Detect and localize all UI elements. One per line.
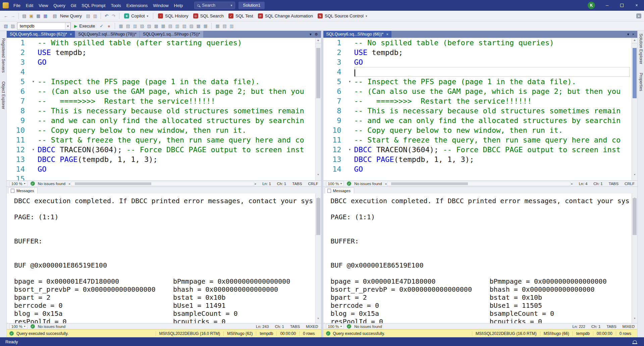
fold-marker[interactable]: ▾	[345, 145, 354, 155]
scroll-down-icon[interactable]: ▼	[316, 170, 321, 180]
close-button[interactable]: ×	[629, 0, 644, 11]
code-text[interactable]: -- Start & freeze the query, then run sa…	[38, 135, 315, 145]
menu-help[interactable]: Help	[171, 3, 186, 8]
zoom-control[interactable]: 100 %▾	[326, 324, 344, 329]
messages-output[interactable]: DBCC execution completed. If DBCC printe…	[323, 193, 638, 323]
scroll-down-icon[interactable]: ▼	[316, 314, 321, 323]
zoom-control[interactable]: 100 %▾	[326, 181, 344, 186]
open-file-icon[interactable]: ▣	[28, 13, 35, 19]
document-tab[interactable]: SQLQuery6.sq...SI\hugo (66))*×	[323, 31, 391, 38]
uncomment-icon[interactable]: ▨	[188, 23, 195, 29]
navigate-back-icon[interactable]: ←	[3, 13, 9, 19]
hscroll-thumb[interactable]	[391, 182, 468, 185]
database-combobox[interactable]: tempdb ▾	[17, 22, 71, 30]
scroll-down-icon[interactable]: ▼	[632, 314, 637, 323]
code-text[interactable]: -- ====>>>> Restart the service!!!!!!	[354, 96, 632, 106]
menu-query[interactable]: Query	[51, 3, 68, 8]
scroll-right-icon[interactable]: ▸	[255, 182, 257, 185]
zoom-control[interactable]: 100 %▾	[9, 181, 28, 186]
code-text[interactable]: DBCC TRACEON(3604); -- Force DBCC PAGE o…	[354, 145, 632, 155]
code-text[interactable]	[354, 67, 630, 77]
scrollbar-thumb[interactable]	[316, 48, 320, 98]
code-text[interactable]: -- Inspect the PFS page (page 1 in the d…	[354, 77, 632, 86]
code-text[interactable]: GO	[38, 57, 315, 67]
addon-sql-source-control[interactable]: ⇅SQL Source Control▾	[315, 12, 369, 19]
solution-selector[interactable]: Solution1	[238, 2, 265, 9]
query-options-icon[interactable]: ▤	[221, 23, 228, 29]
menu-view[interactable]: View	[36, 3, 51, 8]
print-icon[interactable]: ▥	[92, 13, 98, 19]
code-text[interactable]: USE tempdb;	[38, 48, 315, 57]
code-text[interactable]: GO	[354, 57, 632, 67]
code-text[interactable]: -- (Can also use the GAM page, which is …	[354, 86, 632, 96]
code-text[interactable]	[38, 174, 315, 180]
menu-tools[interactable]: Tools	[108, 3, 123, 8]
copilot-button[interactable]: ❖ Copilot ▾	[122, 12, 151, 19]
zoom-control[interactable]: 100 %▾	[9, 324, 28, 329]
scrollbar-thumb[interactable]	[316, 198, 320, 235]
scroll-left-icon[interactable]: ◂	[68, 182, 70, 185]
pane-gear-icon[interactable]: ⚙	[315, 32, 318, 37]
minimize-button[interactable]: ─	[600, 0, 614, 11]
code-text[interactable]: USE tempdb;	[354, 48, 632, 57]
tool-tab-registered-servers[interactable]: Registered Servers	[1, 38, 6, 73]
code-text[interactable]: GO	[38, 164, 315, 174]
hscroll-thumb[interactable]	[75, 182, 152, 185]
code-text[interactable]: -- and we can only find the allocated st…	[38, 116, 315, 125]
editor-horizontal-scrollbar[interactable]: ◂▸	[385, 182, 573, 186]
tool-tab-solution-explorer[interactable]: Solution Explorer	[639, 34, 643, 64]
pane-splitter[interactable]	[321, 31, 323, 337]
addon-sql-history[interactable]: ◔SQL History	[156, 12, 191, 19]
tool-tab-properties[interactable]: Properties	[639, 73, 643, 91]
save-icon[interactable]: ▦	[35, 13, 42, 19]
editor-vertical-scrollbar[interactable]: + ▲ ▼	[315, 38, 321, 180]
code-text[interactable]: -- This is necessary because old structu…	[354, 106, 632, 116]
split-editor-button[interactable]: +	[632, 38, 637, 43]
tab-messages[interactable]: Messages	[325, 187, 354, 193]
editor-horizontal-scrollbar[interactable]: ◂▸	[68, 182, 256, 186]
tool-tab-object-explorer[interactable]: Object Explorer	[1, 81, 6, 109]
notifications-bell-icon[interactable]	[633, 340, 637, 343]
user-avatar[interactable]: K	[588, 2, 595, 9]
code-text[interactable]: DBCC PAGE(tempdb, 1, 1, 3);	[354, 155, 632, 164]
fold-marker[interactable]: ▾	[29, 145, 38, 155]
menu-sql-prompt[interactable]: SQL Prompt	[79, 3, 108, 8]
tab-list-chevron-icon[interactable]: ▾	[627, 32, 629, 37]
messages-vertical-scrollbar[interactable]: ▲ ▼	[315, 193, 321, 323]
code-text[interactable]: -- and we can only find the allocated st…	[354, 116, 632, 125]
estimated-plan-icon[interactable]: ▧	[139, 23, 145, 29]
messages-vertical-scrollbar[interactable]: ▲ ▼	[632, 193, 637, 323]
addon-sql-search[interactable]: ⊙SQL Search	[191, 12, 226, 19]
comment-icon[interactable]: ▧	[181, 23, 187, 29]
intellisense-icon[interactable]: ▤	[167, 23, 173, 29]
document-tab[interactable]: SQLQuery1.sq...SI\hugo (75))*	[140, 31, 203, 38]
tab-close-icon[interactable]: ×	[386, 32, 388, 36]
code-text[interactable]: -- No spilled table (before starting que…	[354, 38, 632, 48]
snippet-icon[interactable]: ▥	[174, 23, 180, 29]
scroll-down-icon[interactable]: ▼	[632, 170, 637, 180]
indent-icon[interactable]: ▩	[195, 23, 202, 29]
tab-messages[interactable]: Messages	[8, 187, 38, 193]
change-connection-icon[interactable]: ▨	[10, 23, 16, 29]
live-stats-icon[interactable]: ▩	[153, 23, 159, 29]
tab-close-icon[interactable]: ×	[70, 32, 72, 36]
code-text[interactable]: -- Copy query below to new window, then …	[38, 125, 315, 135]
scrollbar-thumb[interactable]	[633, 198, 637, 235]
messages-output[interactable]: DBCC execution completed. If DBCC printe…	[7, 193, 321, 323]
execute-button[interactable]: ▶ Execute	[72, 22, 97, 30]
hscroll-track[interactable]	[387, 182, 571, 186]
scrollbar-thumb[interactable]	[633, 48, 637, 98]
editor-vertical-scrollbar[interactable]: + ▲ ▼	[632, 38, 637, 180]
connect-icon[interactable]: ▧	[3, 23, 9, 29]
parse-icon[interactable]: ✓	[98, 23, 105, 29]
code-text[interactable]: -- This is necessary because old structu…	[38, 106, 315, 116]
undo-icon[interactable]: ↶	[103, 13, 110, 19]
code-text[interactable]: -- ====>>>> Restart the service!!!!!!	[38, 96, 315, 106]
debug-icon[interactable]: ▥	[228, 23, 235, 29]
code-text[interactable]: -- With spilled table (after starting qu…	[38, 38, 315, 48]
fold-marker[interactable]: ▾	[345, 77, 354, 86]
new-analysis-query-icon[interactable]: ▤	[85, 13, 91, 19]
hscroll-track[interactable]	[71, 182, 254, 186]
sql-editor[interactable]: 1-- With spilled table (after starting q…	[7, 38, 321, 180]
save-all-icon[interactable]: ▦	[42, 13, 49, 19]
